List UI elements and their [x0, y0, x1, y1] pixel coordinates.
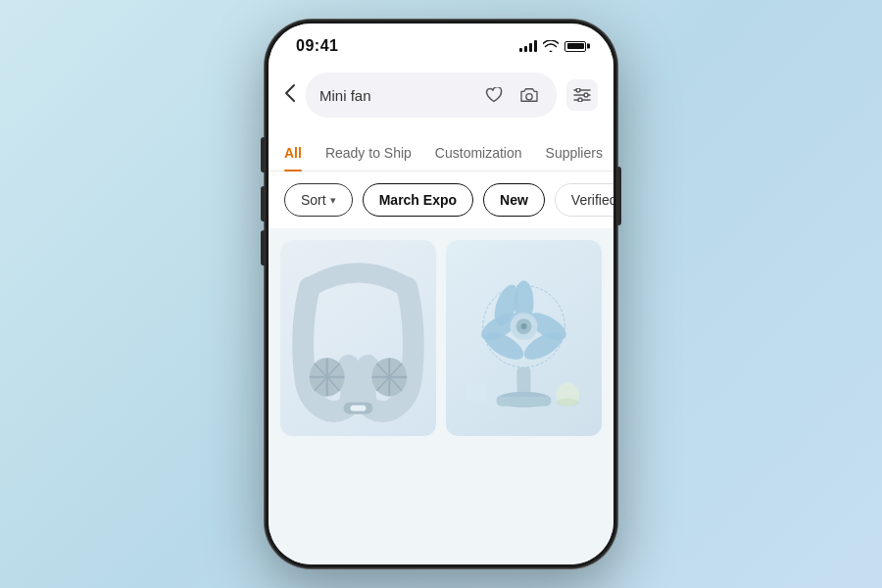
new-label: New: [500, 192, 528, 208]
wifi-icon: [543, 40, 559, 52]
product-card-desk-fan[interactable]: [446, 240, 602, 436]
search-right-icons: [480, 81, 543, 109]
verified-chip[interactable]: Verified suppliers: [555, 183, 613, 217]
desk-fan-image: [446, 240, 602, 436]
svg-rect-32: [466, 384, 487, 400]
battery-icon: [564, 41, 586, 52]
neck-fan-image: [280, 240, 436, 436]
chevron-down-icon: ▾: [330, 194, 336, 207]
svg-point-34: [556, 398, 579, 406]
tab-suppliers[interactable]: Suppliers: [546, 135, 603, 171]
svg-rect-18: [351, 405, 367, 411]
signal-icon: [519, 40, 537, 52]
wishlist-icon[interactable]: [480, 81, 508, 109]
phone-frame: 09:41: [265, 20, 617, 568]
verified-label: Verified suppliers: [571, 192, 613, 208]
phone-screen: 09:41: [269, 24, 613, 564]
desk-fan-illustration: [446, 248, 602, 429]
camera-search-icon[interactable]: [515, 81, 543, 109]
sort-label: Sort: [301, 192, 326, 208]
sort-chip[interactable]: Sort ▾: [284, 183, 353, 217]
tab-customization[interactable]: Customization: [435, 135, 522, 171]
svg-point-4: [584, 93, 588, 97]
product-card-neck-fan[interactable]: [280, 240, 436, 436]
status-bar: 09:41: [269, 24, 613, 63]
tab-all[interactable]: All: [284, 135, 302, 171]
search-bar[interactable]: Mini fan: [306, 73, 557, 118]
tab-ready-to-ship[interactable]: Ready to Ship: [325, 135, 412, 171]
new-chip[interactable]: New: [483, 183, 545, 217]
filter-chips: Sort ▾ March Expo New Verified suppliers: [269, 172, 613, 228]
march-expo-chip[interactable]: March Expo: [363, 183, 473, 217]
status-time: 09:41: [296, 37, 338, 55]
status-icons: [519, 40, 586, 52]
svg-rect-31: [497, 396, 552, 406]
svg-point-0: [526, 94, 532, 100]
tabs-container: All Ready to Ship Customization Supplier…: [269, 131, 613, 172]
march-expo-label: March Expo: [379, 192, 457, 208]
search-area: Mini fan: [269, 63, 613, 131]
svg-point-2: [576, 88, 580, 92]
filter-icon[interactable]: [566, 79, 598, 111]
back-button[interactable]: [284, 83, 296, 108]
svg-point-6: [578, 98, 582, 102]
svg-point-28: [521, 323, 527, 329]
search-query: Mini fan: [319, 87, 371, 104]
neck-fan-illustration: [280, 248, 436, 429]
product-grid: [269, 228, 613, 564]
